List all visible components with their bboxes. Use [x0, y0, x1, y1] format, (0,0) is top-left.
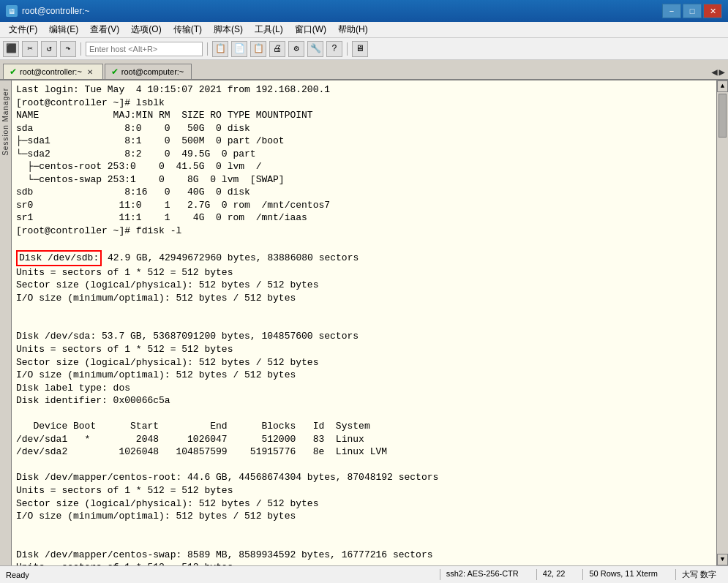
- tab-check-icon: ✔: [10, 67, 17, 77]
- toolbar-config[interactable]: 🔧: [307, 41, 323, 57]
- menu-bar: 文件(F) 编辑(E) 查看(V) 选项(O) 传输(T) 脚本(S) 工具(L…: [0, 22, 728, 38]
- toolbar-sep2: [207, 42, 208, 56]
- menu-window[interactable]: 窗口(W): [289, 22, 332, 37]
- toolbar-reconnect[interactable]: ↺: [41, 41, 57, 57]
- tab-label-controller: root@controller:~: [20, 67, 82, 76]
- menu-file[interactable]: 文件(F): [3, 22, 43, 37]
- terminal[interactable]: Last login: Tue May 4 10:15:07 2021 from…: [12, 80, 716, 565]
- menu-help[interactable]: 帮助(H): [332, 22, 374, 37]
- scrollbar[interactable]: ▲ ▼: [716, 80, 728, 565]
- tab-label-computer: root@computer:~: [121, 67, 184, 76]
- scroll-up-button[interactable]: ▲: [717, 80, 728, 92]
- tab-prev-arrow[interactable]: ◀: [711, 66, 717, 78]
- status-ssh: ssh2: AES-256-CTR: [440, 569, 525, 580]
- toolbar-extra[interactable]: 🖥: [352, 41, 368, 57]
- status-extra: 大写 数字: [675, 569, 722, 580]
- menu-edit[interactable]: 编辑(E): [43, 22, 84, 37]
- toolbar-sep1: [80, 42, 81, 56]
- toolbar-print[interactable]: 🖨: [269, 41, 285, 57]
- title-text: root@controller:~: [22, 6, 90, 16]
- app-icon: 🖥: [6, 5, 18, 17]
- menu-tools[interactable]: 工具(L): [249, 22, 289, 37]
- terminal-output: Last login: Tue May 4 10:15:07 2021 from…: [16, 83, 712, 565]
- scrollbar-thumb[interactable]: [718, 94, 727, 138]
- toolbar-paste[interactable]: 📄: [231, 41, 247, 57]
- toolbar-paste2[interactable]: 📋: [250, 41, 266, 57]
- menu-options[interactable]: 选项(O): [125, 22, 167, 37]
- close-button[interactable]: ✕: [703, 4, 722, 18]
- tab-computer[interactable]: ✔ root@computer:~: [105, 64, 192, 79]
- tab-close-controller[interactable]: ✕: [85, 67, 95, 77]
- toolbar-disconnect[interactable]: ✂: [22, 41, 38, 57]
- status-ready: Ready: [6, 571, 29, 579]
- tab-next-arrow[interactable]: ▶: [719, 66, 725, 78]
- toolbar-sep3: [347, 42, 348, 56]
- minimize-button[interactable]: −: [662, 4, 681, 18]
- host-input[interactable]: [86, 42, 203, 56]
- toolbar: ⬛ ✂ ↺ ↷ 📋 📄 📋 🖨 ⚙ 🔧 ? 🖥: [0, 38, 728, 60]
- status-rows: 50 Rows, 11 Xterm: [582, 569, 664, 580]
- menu-transfer[interactable]: 传输(T): [168, 22, 208, 37]
- toolbar-copy[interactable]: 📋: [212, 41, 228, 57]
- status-position: 42, 22: [536, 569, 571, 580]
- maximize-button[interactable]: □: [683, 4, 702, 18]
- title-bar: 🖥 root@controller:~ − □ ✕: [0, 0, 728, 22]
- scroll-down-button[interactable]: ▼: [717, 554, 728, 565]
- session-manager-label: Session Manager: [1, 88, 10, 156]
- toolbar-settings[interactable]: ⚙: [288, 41, 304, 57]
- main-content: Session Manager Last login: Tue May 4 10…: [0, 80, 728, 565]
- menu-view[interactable]: 查看(V): [84, 22, 125, 37]
- tab-bar: ✔ root@controller:~ ✕ ✔ root@computer:~ …: [0, 60, 728, 80]
- toolbar-new[interactable]: ⬛: [3, 41, 19, 57]
- scrollbar-track[interactable]: [717, 92, 728, 554]
- menu-script[interactable]: 脚本(S): [208, 22, 249, 37]
- session-manager-panel: Session Manager: [0, 80, 12, 565]
- tab-check-icon2: ✔: [111, 67, 119, 77]
- toolbar-connect[interactable]: ↷: [60, 41, 76, 57]
- status-bar: Ready ssh2: AES-256-CTR 42, 22 50 Rows, …: [0, 565, 728, 583]
- toolbar-help[interactable]: ?: [326, 41, 342, 57]
- status-right: ssh2: AES-256-CTR 42, 22 50 Rows, 11 Xte…: [440, 569, 722, 580]
- tab-controller[interactable]: ✔ root@controller:~ ✕: [3, 64, 103, 79]
- tab-arrows: ◀ ▶: [711, 66, 725, 78]
